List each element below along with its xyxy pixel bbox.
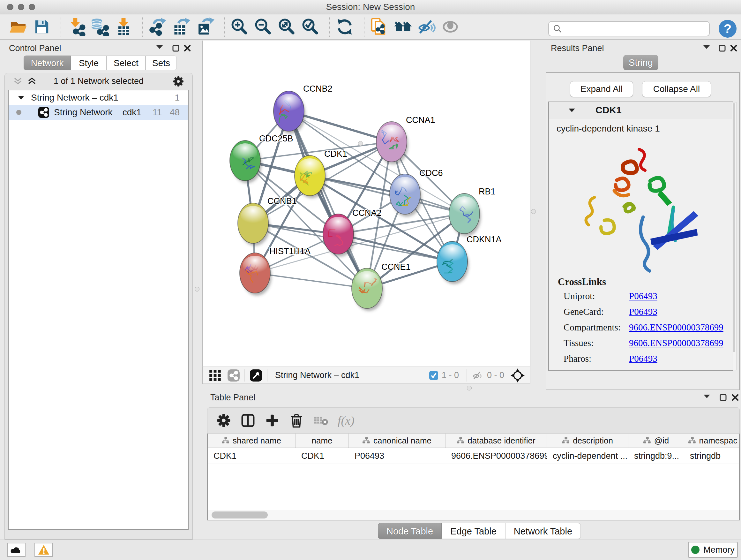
warnings-button[interactable]: [35, 543, 53, 557]
network-node-CCNE1[interactable]: [352, 268, 384, 311]
table-horizontal-scrollbar[interactable]: [208, 510, 739, 520]
open-session-button[interactable]: [8, 17, 28, 37]
left-splitter-grip[interactable]: [195, 287, 199, 292]
results-scrollbar-thumb[interactable]: [733, 103, 735, 352]
float-panel-icon[interactable]: [719, 45, 726, 52]
help-button[interactable]: ?: [719, 20, 737, 38]
export-network-button[interactable]: [148, 17, 168, 37]
network-options-gear-icon[interactable]: [173, 76, 184, 87]
column-header--id[interactable]: @id: [628, 434, 684, 448]
network-view-mode-icon[interactable]: [227, 369, 240, 382]
zoom-fit-content-button[interactable]: [277, 17, 297, 37]
gene-detail-header[interactable]: CDK1: [549, 102, 732, 119]
delete-column-button[interactable]: [287, 411, 306, 430]
fit-selection-crosshair-icon[interactable]: [511, 368, 525, 382]
export-table-button[interactable]: [172, 17, 192, 37]
table-cell[interactable]: P06493: [349, 448, 446, 463]
zoom-out-button[interactable]: [253, 17, 273, 37]
add-column-button[interactable]: [263, 411, 281, 430]
network-row[interactable]: String Network – cdk1 11 48: [9, 105, 188, 120]
column-header-canonical-name[interactable]: canonical name: [349, 434, 446, 448]
network-edge[interactable]: [289, 111, 367, 288]
import-network-button[interactable]: [66, 17, 86, 37]
panel-menu-icon[interactable]: [704, 394, 710, 398]
function-builder-button[interactable]: f(x): [338, 414, 354, 428]
close-panel-icon[interactable]: [184, 45, 191, 52]
string-protein-query-button[interactable]: [369, 17, 389, 37]
search-input[interactable]: [548, 21, 710, 37]
results-splitter-grip[interactable]: [531, 209, 536, 214]
close-panel-icon[interactable]: [732, 394, 739, 401]
home-layout-button[interactable]: [393, 17, 413, 37]
collapse-all-button[interactable]: Collapse All: [642, 81, 711, 97]
network-graph[interactable]: CCNB2CCNA1CDC25BCDK1CDC6RB1CCNB1CCNA2CDK…: [203, 41, 530, 365]
zoom-selected-button[interactable]: [300, 17, 320, 37]
collapse-gene-icon[interactable]: [569, 108, 575, 112]
network-node-HIST1H1A[interactable]: [240, 253, 272, 296]
table-cell[interactable]: CDK1: [208, 448, 295, 463]
close-panel-icon[interactable]: [730, 45, 737, 52]
crosslink-link[interactable]: P06493: [629, 307, 657, 317]
right-splitter-grip[interactable]: [358, 141, 363, 146]
refresh-view-button[interactable]: [335, 17, 355, 37]
panel-menu-icon[interactable]: [156, 45, 163, 49]
birds-eye-view-icon[interactable]: [250, 369, 262, 382]
table-row[interactable]: CDK1CDK1P064939606.ENSP00000378699cyclin…: [208, 448, 739, 464]
tab-network-table[interactable]: Network Table: [505, 523, 581, 539]
network-node-CCNB1[interactable]: [238, 203, 270, 246]
column-header-shared-name[interactable]: shared name: [208, 434, 295, 448]
delete-table-button[interactable]: [312, 411, 330, 430]
column-header-namespac[interactable]: namespac: [684, 434, 740, 448]
import-network-from-database-button[interactable]: [90, 17, 110, 37]
crosslink-link[interactable]: 9606.ENSP00000378699: [629, 338, 724, 348]
table-cell[interactable]: CDK1: [295, 448, 349, 463]
crosslink-link[interactable]: 9606.ENSP00000378699: [629, 322, 724, 333]
network-node-CDK1[interactable]: [294, 155, 327, 198]
crosslink-link[interactable]: P06493: [629, 354, 657, 364]
tab-style[interactable]: Style: [71, 56, 107, 70]
network-view-canvas[interactable]: CCNB2CCNA1CDC25BCDK1CDC6RB1CCNB1CCNA2CDK…: [202, 41, 530, 367]
bottom-splitter-grip[interactable]: [467, 386, 472, 390]
export-image-button[interactable]: [195, 17, 215, 37]
selected-checkbox-icon[interactable]: [429, 371, 439, 380]
network-collection-row[interactable]: String Network – cdk1 1: [9, 90, 188, 105]
memory-status-button[interactable]: Memory: [688, 542, 738, 558]
float-panel-icon[interactable]: [720, 394, 727, 401]
crosslink-link[interactable]: P06493: [629, 291, 657, 301]
network-node-CCNA2[interactable]: [323, 214, 355, 257]
table-settings-button[interactable]: [214, 411, 233, 430]
results-scrollbar[interactable]: [732, 102, 737, 370]
tab-node-table[interactable]: Node Table: [378, 523, 442, 539]
column-header-name[interactable]: name: [295, 434, 349, 448]
network-node-CDKN1A[interactable]: [437, 241, 469, 284]
show-columns-button[interactable]: [239, 411, 257, 430]
cloud-status-button[interactable]: [7, 543, 25, 557]
collection-expand-icon[interactable]: [18, 96, 24, 100]
network-node-CCNA1[interactable]: [376, 122, 408, 165]
minimize-window-icon[interactable]: [18, 4, 24, 10]
import-table-button[interactable]: [114, 17, 133, 37]
network-edge[interactable]: [255, 273, 367, 288]
column-header-description[interactable]: description: [547, 434, 628, 448]
tab-select[interactable]: Select: [107, 56, 145, 70]
close-window-icon[interactable]: [7, 4, 13, 10]
grid-view-icon[interactable]: [209, 369, 221, 382]
network-node-CDC6[interactable]: [390, 174, 421, 217]
expand-all-button[interactable]: Expand All: [570, 81, 633, 97]
tab-edge-table[interactable]: Edge Table: [442, 523, 505, 539]
zoom-in-button[interactable]: [230, 17, 250, 37]
table-cell[interactable]: stringdb: [684, 448, 740, 463]
hide-unhide-button[interactable]: [417, 17, 436, 37]
table-cell[interactable]: 9606.ENSP00000378699: [446, 448, 547, 463]
panel-menu-icon[interactable]: [703, 45, 710, 49]
network-node-RB1[interactable]: [449, 193, 481, 236]
table-cell[interactable]: cyclin-dependent ...: [547, 448, 628, 463]
column-header-database-identifier[interactable]: database identifier: [446, 434, 547, 448]
tab-sets[interactable]: Sets: [145, 56, 177, 70]
tab-string-results[interactable]: String: [623, 55, 658, 70]
table-cell[interactable]: stringdb:9...: [628, 448, 684, 463]
tab-network[interactable]: Network: [23, 56, 71, 70]
table-scrollbar-thumb[interactable]: [212, 511, 268, 518]
float-panel-icon[interactable]: [172, 45, 179, 52]
save-session-button[interactable]: [32, 17, 52, 37]
